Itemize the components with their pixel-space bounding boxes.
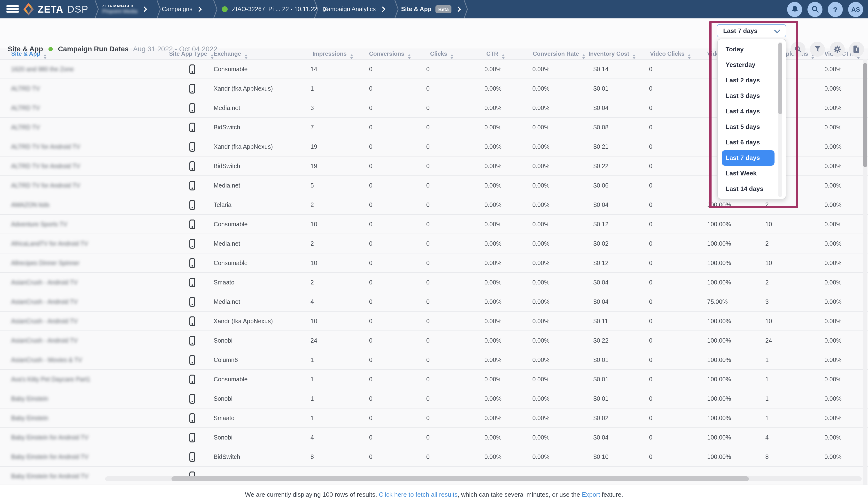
- settings-button[interactable]: [829, 41, 845, 57]
- help-button[interactable]: ?: [828, 2, 843, 17]
- date-option-yesterday[interactable]: Yesterday: [718, 57, 786, 73]
- table-row[interactable]: Baby Einstein for Android TVSonobi4000.0…: [0, 428, 868, 447]
- date-option-last-7-days[interactable]: Last 7 days: [722, 150, 775, 166]
- breadcrumb-campaign-id[interactable]: ZIAO-32267_Pi ... 22 - 10.11.22: [222, 0, 326, 18]
- table-search-button[interactable]: [790, 41, 805, 57]
- table-row[interactable]: Baby EinsteinSmaato1000.00%0.00%$0.02010…: [0, 409, 868, 428]
- column-header-label: Conversion Rate: [533, 50, 579, 57]
- date-option-last-14-days[interactable]: Last 14 days: [718, 181, 786, 197]
- table-row[interactable]: Ava's Kitty Pet Daycare Part1Consumable1…: [0, 370, 868, 389]
- sort-arrows-icon[interactable]: [633, 54, 636, 59]
- table-row[interactable]: AsianCrush - Android TVSonobi24000.00%0.…: [0, 331, 868, 350]
- table-row[interactable]: Baby Einstein for Android TVBidSwitch800…: [0, 447, 868, 467]
- cell-video_completions: 10: [765, 215, 772, 234]
- export-button[interactable]: [849, 41, 864, 57]
- cell-video_completions: 1: [765, 409, 769, 428]
- column-header-ctr[interactable]: CTR: [486, 49, 505, 59]
- table-row[interactable]: AsianCrush - Android TVSmaato2000.00%0.0…: [0, 273, 868, 292]
- dropdown-scrollbar-thumb[interactable]: [778, 43, 782, 114]
- column-header-clicks[interactable]: Clicks: [430, 49, 454, 59]
- table-row[interactable]: Baby EinsteinSonobi1000.00%0.00%$0.01010…: [0, 389, 868, 409]
- table-row[interactable]: AfricaLandTV for Android TVMedia.net2000…: [0, 234, 868, 254]
- cell-video_ctr: 0.00%: [824, 137, 841, 156]
- horizontal-scrollbar[interactable]: [105, 476, 862, 481]
- table-row[interactable]: Allrecipes Dinner SpinnerConsumable10000…: [0, 254, 868, 273]
- date-option-last-2-days[interactable]: Last 2 days: [718, 73, 786, 88]
- cell-conversion_rate: 0.00%: [532, 331, 549, 350]
- table-row[interactable]: AsianCrush - Android TVXandr (fka AppNex…: [0, 311, 868, 331]
- cell-clicks: 0: [426, 215, 430, 234]
- table-row[interactable]: Baby Einstein for Android TV: [0, 467, 868, 485]
- cell-clicks: 0: [426, 254, 430, 273]
- cell-conversions: 0: [369, 447, 372, 467]
- sort-arrows-icon[interactable]: [451, 54, 454, 59]
- dropdown-scrollbar[interactable]: [778, 42, 782, 197]
- sort-arrows-icon[interactable]: [502, 54, 505, 59]
- mobile-app-type-icon: [189, 413, 195, 423]
- breadcrumb-divider: [394, 0, 399, 18]
- cell-video_ctr: 0.00%: [824, 99, 841, 118]
- breadcrumb-site-and-app[interactable]: Site & App Beta: [401, 0, 461, 18]
- cell-video_clicks: 0: [649, 215, 652, 234]
- brand-dsp: DSP: [67, 4, 89, 15]
- cell-video_completions: 24: [765, 331, 772, 350]
- column-header-impressions[interactable]: Impressions: [312, 49, 353, 59]
- date-option-last-6-days[interactable]: Last 6 days: [718, 135, 786, 150]
- cell-inventory_cost: $0.12: [593, 254, 609, 273]
- breadcrumb-label: Campaign Analytics: [323, 6, 376, 13]
- sort-arrows-icon[interactable]: [688, 54, 691, 59]
- column-header-video_clicks[interactable]: Video Clicks: [650, 49, 691, 59]
- column-header-conversion_rate[interactable]: Conversion Rate: [533, 49, 585, 59]
- brand-logo[interactable]: ZETA DSP: [22, 0, 89, 18]
- date-option-last-week[interactable]: Last Week: [718, 166, 786, 181]
- cell-conversion_rate: 0.00%: [532, 234, 549, 254]
- breadcrumb-campaigns[interactable]: Campaigns: [162, 0, 201, 18]
- breadcrumb-campaign-analytics[interactable]: Campaign Analytics: [323, 0, 385, 18]
- global-search-button[interactable]: [807, 2, 823, 17]
- column-header-inventory_cost[interactable]: Inventory Cost: [589, 49, 636, 59]
- column-header-conversions[interactable]: Conversions: [369, 49, 411, 59]
- table-row[interactable]: AsianCrush - Android TVMedia.net4000.00%…: [0, 292, 868, 311]
- date-option-today[interactable]: Today: [718, 42, 786, 57]
- sort-arrows-icon[interactable]: [350, 54, 353, 59]
- cell-conversion_rate: 0.00%: [532, 118, 549, 137]
- cell-inventory_cost: $0.14: [593, 60, 609, 79]
- table-row[interactable]: AsianCrush - Movies & TVColumn61000.00%0…: [0, 350, 868, 370]
- cell-name: AsianCrush - Movies & TV: [11, 350, 82, 370]
- mobile-app-type-icon: [189, 239, 195, 249]
- cell-clicks: 0: [426, 60, 430, 79]
- cell-conversions: 0: [369, 118, 372, 137]
- sort-arrows-icon[interactable]: [407, 54, 411, 59]
- fetch-all-results-link[interactable]: Click here to fetch all results: [379, 491, 457, 498]
- cell-exchange: Consumable: [214, 215, 248, 234]
- export-link[interactable]: Export: [582, 491, 600, 498]
- avatar[interactable]: AS: [848, 2, 863, 17]
- vertical-scrollbar-thumb[interactable]: [863, 63, 867, 167]
- mobile-app-type-icon: [189, 278, 195, 287]
- notifications-button[interactable]: [787, 2, 802, 17]
- sort-arrows-icon[interactable]: [244, 54, 247, 59]
- filter-button[interactable]: [810, 41, 825, 57]
- table-row[interactable]: Adventure Sports TVConsumable10000.00%0.…: [0, 215, 868, 234]
- cell-video_completion_rate: 100.00%: [707, 447, 731, 467]
- cell-inventory_cost: $0.04: [593, 99, 609, 118]
- cell-exchange: Consumable: [214, 254, 248, 273]
- cell-conversion_rate: 0.00%: [532, 60, 549, 79]
- vertical-scrollbar[interactable]: [863, 59, 867, 485]
- cell-exchange: Column6: [214, 350, 238, 370]
- filter-icon: [814, 45, 821, 52]
- cell-inventory_cost: $0.04: [593, 292, 609, 311]
- breadcrumb-org[interactable]: ZETA MANAGED Pinpoint Media: [102, 0, 146, 18]
- date-range-select[interactable]: Last 7 days: [717, 24, 786, 37]
- cell-video_ctr: 0.00%: [824, 409, 841, 428]
- cell-ctr: 0.00%: [484, 234, 502, 254]
- horizontal-scrollbar-thumb[interactable]: [172, 476, 749, 481]
- sort-arrows-icon[interactable]: [582, 54, 585, 59]
- date-option-last-4-days[interactable]: Last 4 days: [718, 104, 786, 119]
- column-header-exchange[interactable]: Exchange: [214, 49, 247, 59]
- hamburger-menu-icon[interactable]: [6, 5, 19, 13]
- cell-ctr: 0.00%: [484, 137, 502, 156]
- cell-video_ctr: 0.00%: [824, 215, 841, 234]
- date-option-last-3-days[interactable]: Last 3 days: [718, 88, 786, 104]
- date-option-last-5-days[interactable]: Last 5 days: [718, 119, 786, 135]
